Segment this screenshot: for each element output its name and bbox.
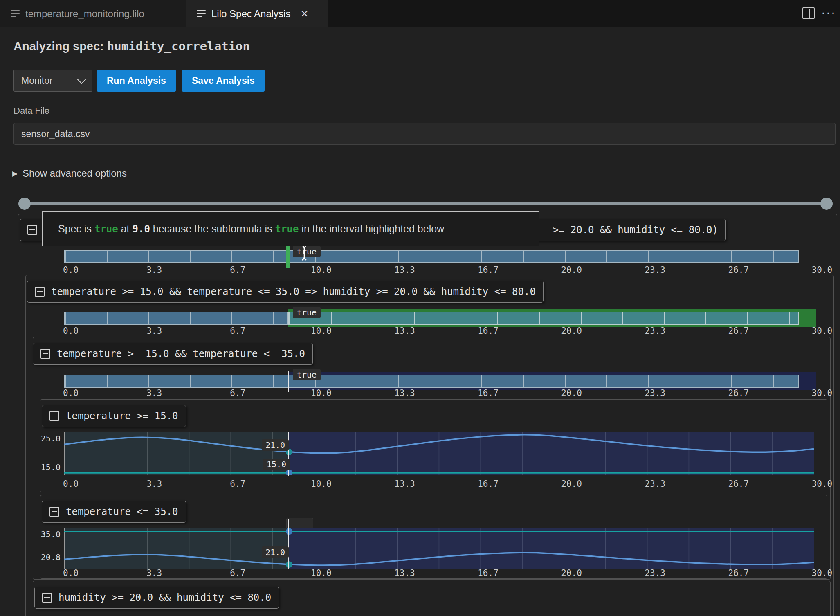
file-lines-icon	[197, 10, 206, 18]
triangle-right-icon: ▶	[12, 169, 18, 178]
x-tick-label: 0.0	[52, 388, 89, 398]
tooltip-text: in the interval highlighted below	[299, 223, 444, 235]
y-tick-label: 20.8	[32, 552, 61, 562]
close-icon[interactable]: ✕	[300, 8, 308, 20]
x-tick-label: 6.7	[219, 326, 256, 336]
timeline-bar-implication-right[interactable]	[288, 312, 799, 325]
lilo-spec-analysis-window: temperature_monitoring.lilo Lilo Spec An…	[0, 0, 840, 616]
spec-name: humidity_correlation	[107, 39, 250, 53]
x-tick-label: 23.3	[637, 265, 674, 275]
datafile-input[interactable]: sensor_data.csv	[13, 123, 836, 145]
slider-handle-right[interactable]	[820, 198, 833, 210]
x-tick-label: 23.3	[637, 326, 674, 336]
x-tick-label: 20.0	[553, 326, 590, 336]
x-tick-label: 0.0	[52, 568, 89, 578]
x-tick-label: 3.3	[136, 479, 173, 489]
formula-text: temperature >= 15.0	[66, 410, 178, 422]
formula-chip-temp-le-35[interactable]: temperature <= 35.0	[42, 501, 186, 523]
x-tick-label: 3.3	[136, 568, 173, 578]
signal-chart-temperature-35-0[interactable]	[64, 528, 814, 569]
x-tick-label: 30.0	[804, 388, 840, 398]
timeline-bar-spec-root[interactable]	[64, 250, 799, 263]
time-marker	[288, 371, 289, 392]
file-lines-icon	[11, 10, 20, 18]
collapse-box-icon[interactable]	[42, 593, 52, 603]
x-tick-label: 20.0	[553, 479, 590, 489]
true-label: true	[293, 307, 321, 318]
x-tick-label: 13.3	[386, 568, 423, 578]
split-editor-icon[interactable]	[802, 7, 815, 19]
x-tick-label: 26.7	[720, 388, 757, 398]
time-range-slider-track[interactable]	[24, 202, 829, 205]
tooltip-text: true	[275, 223, 299, 235]
x-tick-label: 0.0	[52, 326, 89, 336]
x-tick-label: 10.0	[303, 568, 339, 578]
timeline-bar-conjunction[interactable]	[64, 375, 799, 388]
tooltip-text: because the subformula is	[150, 223, 275, 235]
x-tick-label: 3.3	[136, 326, 173, 336]
run-analysis-button[interactable]: Run Analysis	[97, 70, 176, 92]
true-label: true	[293, 369, 321, 380]
formula-text: temperature >= 15.0 && temperature <= 35…	[51, 286, 536, 297]
timeline-bar-implication-left[interactable]	[64, 312, 288, 325]
x-tick-label: 13.3	[386, 388, 423, 398]
formula-text: >= 20.0 && humidity <= 80.0)	[553, 224, 718, 236]
collapse-box-icon[interactable]	[49, 507, 59, 517]
page-title-prefix: Analyzing spec:	[13, 40, 107, 53]
show-advanced-options-toggle[interactable]: ▶ Show advanced options	[12, 168, 127, 179]
true-marker	[286, 246, 290, 268]
x-tick-label: 16.7	[470, 479, 507, 489]
x-tick-label: 26.7	[720, 265, 757, 275]
x-tick-label: 16.7	[470, 388, 507, 398]
page-title: Analyzing spec: humidity_correlation	[13, 39, 250, 53]
tab-label: Lilo Spec Analysis	[211, 8, 290, 20]
formula-chip-temp-ge-15[interactable]: temperature >= 15.0	[42, 405, 186, 427]
x-tick-label: 23.3	[637, 479, 674, 489]
collapse-box-icon[interactable]	[49, 411, 59, 421]
tab-bar: temperature_monitoring.lilo Lilo Spec An…	[0, 0, 840, 27]
tooltip-text: Spec is	[58, 223, 94, 235]
x-tick-label: 13.3	[386, 326, 423, 336]
marker-threshold-label: 15.0	[263, 459, 290, 470]
y-tick-label: 35.0	[32, 529, 61, 539]
y-tick-label: 25.0	[32, 434, 61, 443]
collapse-box-icon[interactable]	[35, 287, 45, 297]
tooltip-text: at	[118, 223, 133, 235]
formula-chip-conjunction[interactable]: temperature >= 15.0 && temperature <= 35…	[33, 343, 313, 365]
x-tick-label: 6.7	[219, 479, 256, 489]
tab-lilo-spec-analysis[interactable]: Lilo Spec Analysis ✕	[186, 0, 328, 27]
mode-select[interactable]: Monitor	[13, 70, 92, 92]
advanced-label: Show advanced options	[22, 168, 127, 179]
collapse-box-icon[interactable]	[27, 225, 37, 235]
x-tick-label: 23.3	[637, 568, 674, 578]
x-tick-label: 16.7	[470, 568, 507, 578]
x-tick-label: 10.0	[303, 388, 339, 398]
tab-temperature-monitoring[interactable]: temperature_monitoring.lilo	[0, 0, 186, 27]
spec-explanation-tooltip: Spec is true at 9.0 because the subformu…	[42, 211, 539, 246]
save-analysis-button[interactable]: Save Analysis	[182, 70, 265, 92]
x-tick-label: 0.0	[52, 265, 89, 275]
x-tick-label: 10.0	[303, 326, 339, 336]
datafile-value: sensor_data.csv	[21, 128, 90, 139]
tooltip-text: true	[94, 223, 118, 235]
formula-text: temperature >= 15.0 && temperature <= 35…	[57, 348, 305, 360]
time-marker	[288, 519, 289, 569]
marker-value-label: 21.0	[262, 439, 289, 451]
ellipsis-icon[interactable]: ···	[821, 5, 836, 19]
x-tick-label: 20.0	[553, 568, 590, 578]
formula-text: humidity >= 20.0 && humidity <= 80.0	[58, 592, 271, 603]
formula-text: temperature <= 35.0	[66, 506, 178, 517]
collapse-box-icon[interactable]	[40, 349, 50, 359]
formula-chip-implication[interactable]: temperature >= 15.0 && temperature <= 35…	[27, 281, 544, 303]
x-tick-label: 23.3	[637, 388, 674, 398]
x-tick-label: 0.0	[52, 479, 89, 489]
formula-chip-humidity[interactable]: humidity >= 20.0 && humidity <= 80.0	[34, 587, 279, 609]
x-tick-label: 26.7	[720, 479, 757, 489]
x-tick-label: 13.3	[386, 479, 423, 489]
x-tick-label: 10.0	[303, 265, 339, 275]
signal-chart-temperature-15-0[interactable]	[64, 432, 814, 475]
x-tick-label: 30.0	[804, 326, 840, 336]
slider-handle-left[interactable]	[18, 198, 31, 210]
x-tick-label: 26.7	[720, 568, 757, 578]
x-tick-label: 30.0	[804, 568, 840, 578]
